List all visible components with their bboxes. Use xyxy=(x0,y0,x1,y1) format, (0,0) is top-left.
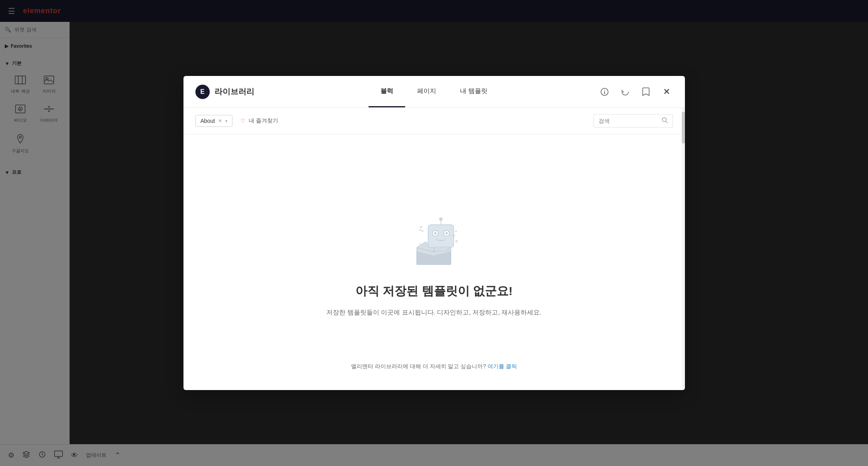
footer-link[interactable]: 여기를 클릭 xyxy=(488,363,517,369)
info-button[interactable] xyxy=(598,85,611,98)
library-modal: E 라이브러리 블럭 페이지 내 템플릿 xyxy=(183,76,685,390)
empty-subtitle: 저장한 템플릿들이 이곳에 표시됩니다. 디자인하고, 저장하고, 재사용하세요… xyxy=(326,307,541,318)
svg-point-29 xyxy=(420,226,422,228)
footer-text: 엘리멘터 라이브러리에 대해 더 자세히 알고 싶습니까? xyxy=(351,363,486,369)
refresh-button[interactable] xyxy=(619,85,632,98)
tab-my-templates[interactable]: 내 템플릿 xyxy=(448,76,499,107)
favorites-filter[interactable]: ♡ 내 즐겨찾기 xyxy=(240,117,278,124)
modal-logo-icon: E xyxy=(195,85,210,99)
heart-icon: ♡ xyxy=(240,118,246,124)
svg-rect-21 xyxy=(428,225,454,247)
modal-header: E 라이브러리 블럭 페이지 내 템플릿 xyxy=(183,76,685,108)
empty-state: 아직 저장된 템플릿이 없군요! 저장한 템플릿들이 이곳에 표시됩니다. 디자… xyxy=(326,207,541,318)
svg-point-17 xyxy=(604,90,605,91)
svg-rect-28 xyxy=(434,247,448,251)
modal-overlay[interactable]: E 라이브러리 블럭 페이지 내 템플릿 xyxy=(0,0,868,466)
svg-point-27 xyxy=(440,217,443,220)
modal-content: 아직 저장된 템플릿이 없군요! 저장한 템플릿들이 이곳에 표시됩니다. 디자… xyxy=(183,134,685,390)
modal-logo-text: 라이브러리 xyxy=(215,86,254,97)
filter-tag-label: About xyxy=(201,118,215,124)
tab-pages[interactable]: 페이지 xyxy=(405,76,448,107)
search-icon xyxy=(661,117,668,125)
modal-scrollbar xyxy=(682,108,685,390)
empty-footer: 엘리멘터 라이브러리에 대해 더 자세히 알고 싶습니까? 여기를 클릭 xyxy=(351,363,517,370)
svg-point-18 xyxy=(662,118,666,122)
search-box xyxy=(593,114,673,128)
svg-line-19 xyxy=(666,121,667,123)
empty-title: 아직 저장된 템플릿이 없군요! xyxy=(355,283,513,299)
search-input[interactable] xyxy=(599,118,658,124)
modal-tabs: 블럭 페이지 내 템플릿 xyxy=(270,76,598,107)
close-button[interactable]: ✕ xyxy=(660,85,673,98)
active-filter-tag[interactable]: About ✕ ▾ xyxy=(195,115,233,127)
modal-logo: E 라이브러리 xyxy=(195,85,254,99)
favorites-filter-label: 내 즐겨찾기 xyxy=(249,117,278,124)
filter-dropdown-icon[interactable]: ▾ xyxy=(225,119,227,123)
scrollbar-thumb[interactable] xyxy=(682,112,685,144)
tab-blocks[interactable]: 블럭 xyxy=(369,76,405,107)
bookmark-button[interactable] xyxy=(640,85,652,98)
svg-point-25 xyxy=(446,232,448,235)
svg-point-30 xyxy=(456,240,458,243)
modal-header-actions: ✕ xyxy=(598,85,673,98)
svg-point-24 xyxy=(434,232,437,235)
filter-remove-icon[interactable]: ✕ xyxy=(218,118,222,124)
filter-bar: About ✕ ▾ ♡ 내 즐겨찾기 xyxy=(183,108,685,134)
empty-illustration xyxy=(394,207,474,271)
